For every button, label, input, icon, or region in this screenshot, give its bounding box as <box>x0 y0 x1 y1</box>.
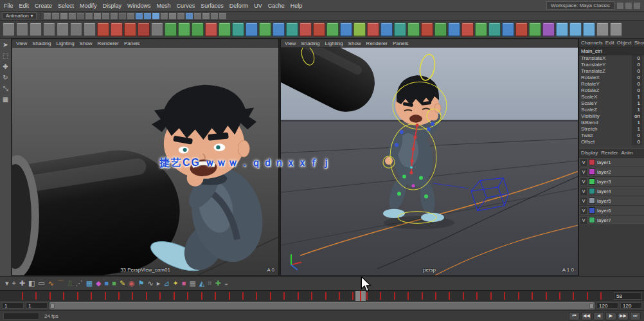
keyframe-tick[interactable] <box>504 292 505 300</box>
right-viewport-canvas[interactable] <box>281 48 578 275</box>
shelf-button-0[interactable] <box>3 23 15 37</box>
anim-tool-icon-23[interactable]: ⌗ <box>208 280 211 287</box>
keyframe-tick[interactable] <box>105 292 106 300</box>
keyframe-tick[interactable] <box>91 292 92 300</box>
layer-color-swatch[interactable] <box>589 188 595 194</box>
rig-scene[interactable] <box>281 48 578 275</box>
layer-color-swatch[interactable] <box>589 207 595 214</box>
anim-tool-icon-17[interactable]: ▸ <box>157 280 161 287</box>
layer-row[interactable]: Vlayer2 <box>579 167 644 177</box>
shelf-button-1[interactable] <box>16 23 28 37</box>
channel-value[interactable]: 0 <box>632 133 642 139</box>
viewport-rigged[interactable]: ViewShadingLightingShowRendererPanels <box>280 39 578 276</box>
layer-row[interactable]: Vlayer5 <box>579 196 644 206</box>
layer-color-swatch[interactable] <box>589 169 595 175</box>
vp-menu-lighting[interactable]: Lighting <box>325 41 343 46</box>
transport-button-2[interactable]: ◀ <box>593 312 604 320</box>
status-icon[interactable] <box>52 13 59 19</box>
anim-tool-icon-14[interactable]: ◉ <box>129 280 135 287</box>
playback-end-field[interactable]: 120 <box>596 302 618 309</box>
range-slider-bar[interactable] <box>49 302 595 309</box>
channel-value[interactable]: 1 <box>632 107 642 113</box>
keyframe-tick[interactable] <box>270 292 271 300</box>
channel-value[interactable]: 0 <box>632 62 642 68</box>
vp-menu-renderer[interactable]: Renderer <box>366 41 388 46</box>
shelf-button-28[interactable] <box>380 23 393 37</box>
channel-value[interactable]: 0 <box>632 68 642 75</box>
keyframe-tick[interactable] <box>201 292 202 300</box>
channel-row[interactable]: ScaleY1 <box>579 100 644 107</box>
shelf-button-2[interactable] <box>30 23 42 37</box>
channel-row[interactable]: RotateY0 <box>579 81 644 87</box>
layer-row[interactable]: Vlayer6 <box>579 206 644 216</box>
anim-tool-icon-2[interactable]: ✚ <box>19 280 25 287</box>
vp-menu-renderer[interactable]: Renderer <box>98 41 119 46</box>
layer-row[interactable]: Vlayer7 <box>579 216 644 225</box>
anim-end-field[interactable]: 120 <box>620 302 642 309</box>
layer-tab-display[interactable]: Display <box>581 150 598 156</box>
status-icon[interactable] <box>186 13 193 19</box>
shelf-button-10[interactable] <box>138 23 150 37</box>
shelf-button-34[interactable] <box>461 23 474 37</box>
character-set-field[interactable] <box>3 313 39 320</box>
anim-tool-icon-16[interactable]: ∿ <box>148 280 154 287</box>
menu-deform[interactable]: Deform <box>229 3 249 9</box>
channel-row[interactable]: TranslateY0 <box>579 62 644 68</box>
workspace-selector[interactable]: Workspace: Maya Classic <box>546 1 614 10</box>
keyframe-tick[interactable] <box>407 292 409 300</box>
channel-row[interactable]: Stretch1 <box>579 126 644 133</box>
status-icon[interactable] <box>94 13 101 19</box>
shelf-button-13[interactable] <box>178 23 190 37</box>
anim-tool-icon-19[interactable]: ✦ <box>173 280 179 287</box>
vp-menu-panels[interactable]: Panels <box>393 41 408 46</box>
shelf-button-20[interactable] <box>273 23 285 37</box>
layer-row[interactable]: Vlayer3 <box>579 177 644 187</box>
channel-value[interactable]: on <box>632 113 642 120</box>
layer-visibility-toggle[interactable]: V <box>580 197 587 205</box>
status-icon[interactable] <box>60 13 67 19</box>
keyframe-tick[interactable] <box>63 292 64 300</box>
range-handle-right[interactable] <box>589 303 594 309</box>
current-time-field[interactable]: 58 <box>614 292 642 300</box>
anim-tool-icon-5[interactable]: ∿ <box>48 280 54 287</box>
keyframe-tick[interactable] <box>339 292 340 300</box>
shelf-button-45[interactable] <box>610 23 622 37</box>
transport-button-1[interactable]: ◀◀ <box>581 312 592 320</box>
channel-row[interactable]: Offset0 <box>579 139 644 145</box>
keyframe-tick[interactable] <box>352 292 353 300</box>
status-icon[interactable] <box>127 13 134 19</box>
keyframe-tick[interactable] <box>449 292 450 300</box>
shelf-button-26[interactable] <box>353 23 366 37</box>
cb-tab-channels[interactable]: Channels <box>581 40 603 46</box>
layer-color-swatch[interactable] <box>589 178 595 185</box>
keyframe-tick[interactable] <box>476 292 478 300</box>
layer-visibility-toggle[interactable]: V <box>580 178 587 185</box>
channel-value[interactable]: 0 <box>632 81 642 87</box>
channel-row[interactable]: ScaleZ1 <box>579 107 644 113</box>
status-icon[interactable] <box>119 13 126 19</box>
menubar-icon[interactable] <box>617 3 623 9</box>
shelf-button-8[interactable] <box>111 23 123 37</box>
shelf-button-40[interactable] <box>542 23 555 37</box>
menu-cache[interactable]: Cache <box>268 3 285 9</box>
shelf-button-4[interactable] <box>57 23 69 37</box>
anim-tool-icon-10[interactable]: ◆ <box>96 280 101 287</box>
keyframe-tick[interactable] <box>22 292 23 300</box>
status-icon[interactable] <box>161 13 168 19</box>
transport-button-0[interactable]: ⏮ <box>569 312 580 320</box>
channel-value[interactable]: 1 <box>632 94 642 100</box>
shelf-button-17[interactable] <box>232 23 244 37</box>
menu-mesh[interactable]: Mesh <box>157 3 171 9</box>
shelf-button-32[interactable] <box>434 23 447 37</box>
anim-tool-icon-20[interactable]: ■ <box>182 280 186 287</box>
anim-tool-icon-13[interactable]: ✎ <box>120 280 125 287</box>
keyframe-tick[interactable] <box>229 292 230 300</box>
shelf-button-9[interactable] <box>124 23 136 37</box>
layer-color-swatch[interactable] <box>589 197 595 204</box>
shelf-button-24[interactable] <box>326 23 339 37</box>
shelf-button-37[interactable] <box>502 23 514 37</box>
last-tool[interactable]: ▦ <box>3 96 8 103</box>
layer-tab-render[interactable]: Render <box>601 150 618 156</box>
layer-visibility-toggle[interactable]: V <box>580 217 587 224</box>
shelf-button-42[interactable] <box>569 23 582 37</box>
